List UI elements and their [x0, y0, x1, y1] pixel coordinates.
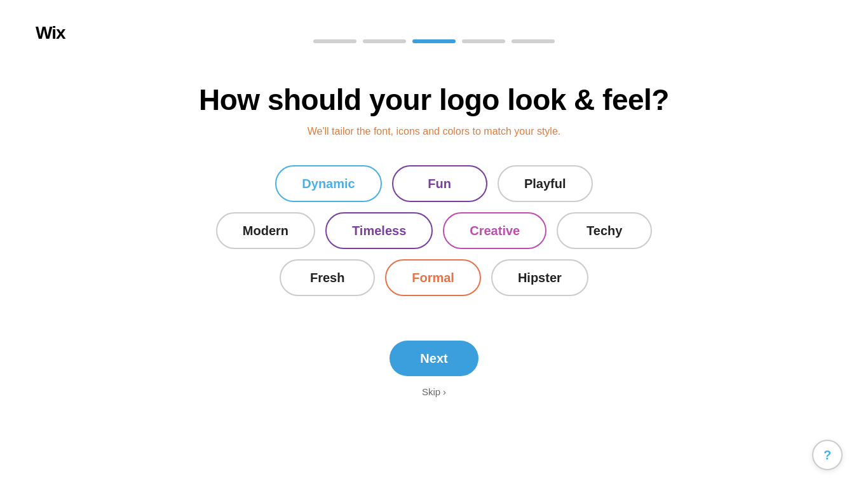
progress-step-5: [512, 39, 555, 43]
option-formal[interactable]: Formal: [385, 259, 481, 296]
option-techy[interactable]: Techy: [557, 212, 652, 249]
progress-step-2: [363, 39, 406, 43]
option-hipster[interactable]: Hipster: [491, 259, 588, 296]
main-content: How should your logo look & feel? We'll …: [0, 64, 868, 397]
wix-logo: Wix: [36, 23, 65, 43]
option-playful[interactable]: Playful: [498, 165, 593, 202]
options-row-2: Modern Timeless Creative Techy: [216, 212, 652, 249]
skip-link[interactable]: Skip ›: [422, 386, 446, 397]
chevron-right-icon: ›: [443, 386, 446, 397]
option-timeless[interactable]: Timeless: [325, 212, 433, 249]
option-creative[interactable]: Creative: [443, 212, 546, 249]
options-row-3: Fresh Formal Hipster: [280, 259, 588, 296]
option-fun[interactable]: Fun: [392, 165, 487, 202]
question-icon: ?: [824, 448, 831, 463]
progress-bar: [313, 39, 555, 43]
option-fresh[interactable]: Fresh: [280, 259, 375, 296]
progress-step-4: [462, 39, 505, 43]
options-container: Dynamic Fun Playful Modern Timeless Crea…: [216, 165, 652, 296]
next-button[interactable]: Next: [390, 341, 478, 376]
skip-label: Skip: [422, 386, 440, 397]
help-button[interactable]: ?: [812, 440, 843, 470]
options-row-1: Dynamic Fun Playful: [275, 165, 592, 202]
page-subheading: We'll tailor the font, icons and colors …: [308, 126, 561, 137]
option-modern[interactable]: Modern: [216, 212, 315, 249]
progress-step-1: [313, 39, 356, 43]
page-title: How should your logo look & feel?: [199, 83, 669, 117]
progress-step-3: [412, 39, 456, 43]
option-dynamic[interactable]: Dynamic: [275, 165, 381, 202]
